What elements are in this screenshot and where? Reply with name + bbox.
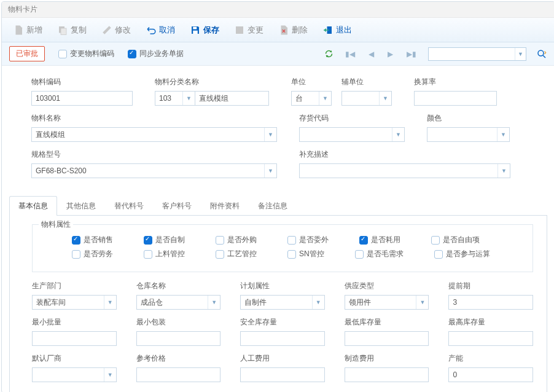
mfg-input[interactable] bbox=[345, 367, 429, 382]
checkbox-icon bbox=[216, 236, 224, 245]
exit-button[interactable]: 退出 bbox=[315, 22, 359, 38]
add-button[interactable]: 新增 bbox=[6, 22, 50, 38]
tab-customer[interactable]: 客户料号 bbox=[153, 196, 201, 216]
vendor-combo[interactable]: ▼ bbox=[32, 367, 117, 382]
maxstock-label: 最高库存量 bbox=[448, 317, 533, 327]
attr-checkbox[interactable]: 是否参与运算 bbox=[434, 249, 490, 259]
labor-label: 人工费用 bbox=[240, 353, 325, 364]
first-button[interactable]: ▮◀ bbox=[343, 50, 357, 58]
safe-input[interactable] bbox=[240, 331, 325, 346]
attr-checkbox[interactable]: 是否自由项 bbox=[431, 235, 480, 245]
refresh-icon[interactable] bbox=[324, 49, 334, 58]
tab-other[interactable]: 其他信息 bbox=[57, 196, 105, 216]
attr-checkbox[interactable]: SN管控 bbox=[287, 249, 324, 259]
minpack-label: 最小包装 bbox=[136, 317, 221, 327]
vendor-label: 默认厂商 bbox=[32, 353, 117, 364]
unit-label: 单位 bbox=[291, 77, 332, 87]
attr-checkbox[interactable]: 工艺管控 bbox=[216, 249, 257, 259]
attr-checkbox[interactable]: 是否耗用 bbox=[359, 235, 400, 245]
conv-rate-input[interactable] bbox=[414, 91, 497, 106]
pencil-icon bbox=[101, 25, 112, 36]
next-button[interactable]: ▶ bbox=[386, 50, 395, 58]
undo-icon bbox=[146, 25, 157, 36]
attr-checkbox[interactable]: 是否劳务 bbox=[72, 249, 113, 259]
minbatch-label: 最小批量 bbox=[32, 317, 117, 327]
spec-combo[interactable]: GF68-BC-S200▼ bbox=[31, 163, 277, 178]
attr-checkbox[interactable]: 是否销售 bbox=[72, 235, 113, 245]
category-name-label: 物料分类名称 bbox=[155, 77, 269, 87]
search-icon[interactable] bbox=[536, 49, 547, 60]
refprice-label: 参考价格 bbox=[136, 353, 221, 364]
delete-button[interactable]: 删除 bbox=[271, 22, 315, 38]
checkbox-icon bbox=[355, 250, 364, 259]
tab-attach[interactable]: 附件资料 bbox=[201, 196, 249, 216]
change-button[interactable]: 变更 bbox=[227, 22, 271, 38]
attr-checkbox[interactable]: 是否毛需求 bbox=[355, 249, 404, 259]
dept-label: 生产部门 bbox=[32, 281, 117, 291]
material-code-input[interactable] bbox=[31, 91, 133, 106]
aux-unit-label: 辅单位 bbox=[341, 77, 392, 87]
capacity-label: 产能 bbox=[448, 353, 533, 364]
wh-label: 仓库名称 bbox=[136, 281, 221, 291]
spec-label: 规格型号 bbox=[31, 149, 277, 160]
dept-combo[interactable]: 装配车间▼ bbox=[32, 295, 117, 310]
checkbox-icon bbox=[128, 50, 136, 58]
category-name-combo[interactable]: 直线模组 bbox=[195, 91, 269, 106]
plan-combo[interactable]: 自制件▼ bbox=[240, 295, 325, 310]
checkbox-label: 是否销售 bbox=[84, 235, 113, 245]
refprice-input[interactable] bbox=[136, 367, 221, 382]
attr-checkbox[interactable]: 是否自制 bbox=[144, 235, 185, 245]
change-code-checkbox[interactable]: 变更物料编码 bbox=[58, 49, 114, 59]
minpack-input[interactable] bbox=[136, 331, 221, 346]
material-code-label: 物料编码 bbox=[31, 77, 133, 87]
minstock-input[interactable] bbox=[345, 331, 429, 346]
mfg-label: 制造费用 bbox=[345, 353, 429, 364]
wh-combo[interactable]: 成品仓▼ bbox=[136, 295, 221, 310]
sync-biz-checkbox[interactable]: 同步业务单据 bbox=[128, 49, 184, 59]
tab-basic[interactable]: 基本信息 bbox=[9, 196, 57, 216]
stock-code-label: 存货代码 bbox=[299, 113, 405, 123]
delete-icon bbox=[278, 25, 289, 36]
material-name-combo[interactable]: 直线模组▼ bbox=[31, 127, 277, 142]
tab-alt[interactable]: 替代料号 bbox=[105, 196, 153, 216]
checkbox-label: 是否劳务 bbox=[84, 249, 113, 259]
capacity-input[interactable] bbox=[448, 367, 533, 382]
stock-code-combo[interactable]: ▼ bbox=[299, 127, 405, 142]
aux-unit-combo[interactable]: ▼ bbox=[341, 91, 392, 106]
attr-checkbox[interactable]: 上料管控 bbox=[144, 249, 185, 259]
prev-button[interactable]: ◀ bbox=[367, 50, 376, 58]
copy-icon bbox=[57, 25, 68, 36]
chevron-down-icon: ▼ bbox=[104, 296, 116, 309]
attr-checkbox[interactable]: 是否委外 bbox=[287, 235, 329, 245]
cancel-button[interactable]: 取消 bbox=[138, 22, 182, 38]
checkbox-label: 工艺管控 bbox=[227, 249, 257, 259]
svg-rect-1 bbox=[61, 28, 66, 35]
color-combo[interactable]: ▼ bbox=[427, 127, 510, 142]
maxstock-input[interactable] bbox=[448, 331, 533, 346]
checkbox-icon bbox=[144, 250, 152, 259]
checkbox-label: 是否耗用 bbox=[371, 235, 400, 245]
save-icon bbox=[190, 25, 201, 36]
checkbox-icon bbox=[72, 250, 80, 259]
checkbox-icon bbox=[434, 250, 443, 259]
extra-desc-combo[interactable]: ▼ bbox=[299, 163, 510, 178]
category-code-combo[interactable]: 103▼ bbox=[155, 91, 195, 106]
edit-button[interactable]: 修改 bbox=[94, 22, 138, 38]
search-combo[interactable]: ▼ bbox=[428, 47, 526, 61]
supply-combo[interactable]: 领用件▼ bbox=[345, 295, 429, 310]
attrs-legend: 物料属性 bbox=[39, 219, 73, 230]
checkbox-label: 是否毛需求 bbox=[367, 249, 404, 259]
lead-input[interactable] bbox=[448, 295, 533, 310]
tab-remark[interactable]: 备注信息 bbox=[249, 196, 297, 216]
last-button[interactable]: ▶▮ bbox=[405, 50, 418, 58]
minbatch-input[interactable] bbox=[32, 331, 117, 346]
unit-combo[interactable]: 台▼ bbox=[291, 91, 332, 106]
chevron-down-icon: ▼ bbox=[182, 92, 195, 105]
svg-rect-3 bbox=[193, 30, 198, 33]
save-button[interactable]: 保存 bbox=[182, 22, 227, 38]
svg-rect-4 bbox=[236, 26, 243, 34]
labor-input[interactable] bbox=[240, 367, 325, 382]
attr-checkbox[interactable]: 是否外购 bbox=[216, 235, 257, 245]
checkbox-label: 是否委外 bbox=[299, 235, 329, 245]
copy-button[interactable]: 复制 bbox=[50, 22, 94, 38]
